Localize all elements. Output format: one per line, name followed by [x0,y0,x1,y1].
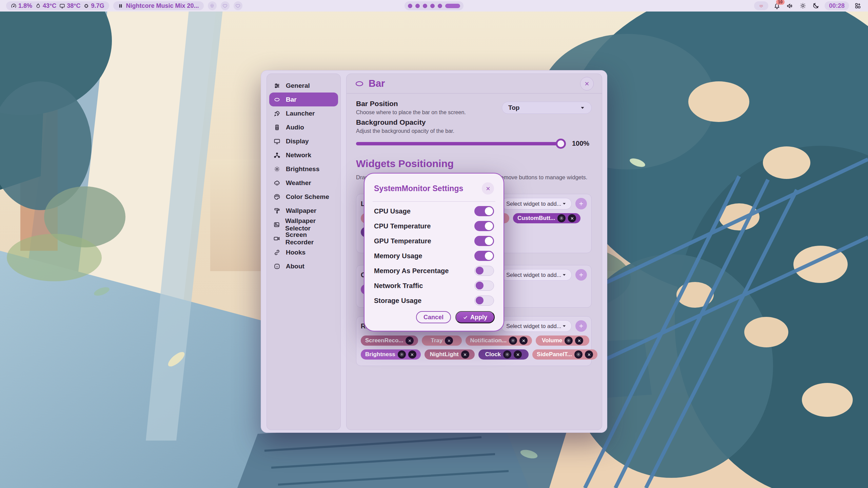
background-opacity-row: Background Opacity Adjust the background… [356,118,592,147]
media-widget[interactable]: Nightcore Music Mix 20... [113,1,204,10]
clock-widget[interactable]: 00:28 [825,1,849,10]
widget-remove-button[interactable] [461,350,469,359]
sidebar-item-wallpaper[interactable]: Wallpaper [269,204,338,218]
skull-button[interactable] [208,1,217,10]
toggle-label: Memory Usage [374,252,422,260]
widget-chip[interactable]: Tray [422,336,462,346]
check-icon [463,315,468,320]
sidebar-item-label: Screen Recorder [285,231,334,246]
brightness-button[interactable] [799,2,807,10]
apply-button[interactable]: Apply [455,311,495,323]
workspace-dot[interactable] [430,4,435,8]
right-add-widget-button[interactable] [575,320,587,332]
widget-remove-button[interactable] [568,214,576,222]
system-stats-widget[interactable]: 1.8% 43°C 38°C 9.7G [6,1,109,10]
center-add-widget-select[interactable]: Select widget to add... [501,269,572,281]
sidebar-item-network[interactable]: Network [269,148,338,162]
modal-close-button[interactable] [482,182,494,195]
toggle-storage-usage[interactable] [474,296,494,306]
widget-remove-button[interactable] [445,337,453,345]
toggle-knob [476,267,484,274]
widget-settings-button[interactable] [503,350,511,359]
sidebar-item-audio[interactable]: Audio [269,120,338,134]
close-icon [577,339,581,343]
chevron-down-icon [562,272,567,277]
add-widget-placeholder: Select widget to add... [506,201,561,207]
panel-close-button[interactable] [580,77,594,90]
workspace-indicator[interactable] [405,1,463,10]
widget-chip[interactable]: ScreenReco... [361,336,418,346]
workspace-dot[interactable] [408,4,412,8]
sidebar-item-general[interactable]: General [269,79,338,93]
widget-chip[interactable]: Brightness [361,349,421,360]
night-light-button[interactable] [812,2,820,10]
toggle-network-traffic[interactable] [474,281,494,291]
bar-position-description: Choose where to place the bar on the scr… [356,109,502,116]
opacity-slider-track[interactable] [356,142,565,145]
widget-settings-button[interactable] [565,337,573,345]
sidebar-item-screen-recorder[interactable]: Screen Recorder [269,231,338,245]
add-widget-placeholder: Select widget to add... [506,272,561,278]
gear-icon [559,216,564,221]
sidebar-item-weather[interactable]: Weather [269,176,338,190]
volume-button[interactable] [786,2,794,10]
sidebar-item-hooks[interactable]: Hooks [269,245,338,259]
toggle-gpu-temperature[interactable] [474,236,494,246]
widget-remove-button[interactable] [408,350,416,359]
sidebar-item-label: Display [286,138,309,145]
widget-chip[interactable]: SidePanelT... [532,349,597,360]
sidebar-item-display[interactable]: Display [269,134,338,148]
center-add-widget-button[interactable] [575,269,587,281]
sidebar-item-wallpaper-selector[interactable]: Wallpaper Selector [269,218,338,231]
heart-button[interactable] [234,1,242,10]
rocket-icon [273,110,281,117]
tray-app-button[interactable] [754,1,768,10]
widget-chip[interactable]: Notification... [466,336,532,346]
widget-chip[interactable]: NightLight [425,349,475,360]
widget-settings-button[interactable] [574,350,583,359]
toggle-memory-as-percentage[interactable] [474,266,494,276]
left-add-widget-select[interactable]: Select widget to add... [501,198,572,209]
heart-button[interactable] [221,1,230,10]
widget-settings-button[interactable] [398,350,406,359]
notifications-button[interactable]: 10 [773,2,781,10]
sidebar-item-about[interactable]: About [269,259,338,273]
toggle-knob [485,222,493,230]
widget-chip[interactable]: Volume [536,336,589,346]
widget-remove-button[interactable] [575,337,583,345]
toggle-row: Storage Usage [374,293,494,308]
toggle-memory-usage[interactable] [474,251,494,261]
cancel-button[interactable]: Cancel [416,311,451,323]
widget-remove-button[interactable] [514,350,522,359]
toggle-row: Network Traffic [374,278,494,293]
workspace-dot[interactable] [415,4,420,8]
toggle-label: Storage Usage [374,297,421,305]
widget-settings-button[interactable] [557,214,566,222]
toggle-cpu-usage[interactable] [474,206,494,216]
toggle-cpu-temperature[interactable] [474,221,494,231]
opacity-slider-knob[interactable] [556,139,566,149]
sidebar-item-launcher[interactable]: Launcher [269,106,338,120]
workspace-dot[interactable] [423,4,427,8]
widget-chip[interactable]: Clock [478,349,529,360]
right-add-widget-select[interactable]: Select widget to add... [501,320,572,332]
plus-icon [578,201,584,207]
sidebar-item-brightness[interactable]: Brightness [269,162,338,176]
clock-text: 00:28 [829,2,845,9]
widget-settings-button[interactable] [509,337,517,345]
close-icon [410,352,414,357]
widget-remove-button[interactable] [406,337,414,345]
widget-remove-button[interactable] [519,337,528,345]
sidebar-item-color-scheme[interactable]: Color Scheme [269,190,338,204]
toggle-row: Memory As Percentage [374,263,494,278]
dashboard-button[interactable] [854,2,862,10]
bar-position-select[interactable]: Top [502,102,592,114]
workspace-active-pill[interactable] [445,4,460,8]
sidebar-item-bar[interactable]: Bar [269,93,338,106]
close-icon [521,339,526,343]
widget-chip[interactable]: CustomButt... [513,213,580,223]
widget-remove-button[interactable] [585,350,593,359]
widget-chip-label: CustomButt... [517,215,555,222]
workspace-dot[interactable] [438,4,442,8]
left-add-widget-button[interactable] [575,198,587,209]
